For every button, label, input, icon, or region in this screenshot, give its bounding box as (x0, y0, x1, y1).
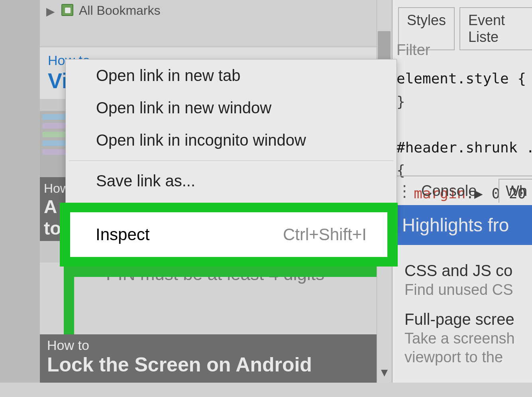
card-line: How (44, 181, 68, 196)
card-howto: How to (47, 338, 383, 353)
whatsnew-item-sub: Find unused CS (404, 281, 532, 298)
bottom-strip (0, 383, 532, 397)
ctx-open-new-tab[interactable]: Open link in new tab (66, 59, 397, 92)
whatsnew-item-title[interactable]: CSS and JS co (404, 262, 532, 280)
ctx-inspect-highlight: Inspect Ctrl+Shift+I (60, 203, 398, 267)
tab-event-listeners[interactable]: Event Liste (459, 7, 532, 50)
bookmarks-item-label[interactable]: All Bookmarks (79, 3, 161, 18)
ctx-inspect-label: Inspect (96, 225, 149, 244)
tab-whatsnew[interactable]: Wh (499, 179, 532, 203)
styles-filter-input[interactable]: Filter (397, 41, 430, 59)
ctx-separator (69, 160, 393, 161)
ctx-inspect-shortcut: Ctrl+Shift+I (283, 225, 367, 244)
ctx-inspect[interactable]: Inspect Ctrl+Shift+I (70, 212, 387, 257)
ctx-open-new-window[interactable]: Open link in new window (66, 92, 397, 124)
devtools-panel: Styles Event Liste Filter element.style … (392, 0, 532, 383)
ctx-open-incognito[interactable]: Open link in incognito window (66, 124, 397, 156)
bookmarks-bar[interactable]: ▶ All Bookmarks (40, 0, 391, 47)
whatsnew-item-title[interactable]: Full-page scree (404, 310, 532, 328)
whatsnew-items: CSS and JS co Find unused CS Full-page s… (404, 259, 532, 378)
tab-console[interactable]: Console (421, 182, 477, 199)
card-title: Lock the Screen on Android (47, 353, 383, 376)
card-overlay: How to Lock the Screen on Android (40, 334, 391, 383)
devtools-drawer-bar: ⋮ Console Wh (393, 176, 532, 205)
scrollbar-down-icon[interactable]: ▾ (377, 364, 392, 380)
expand-triangle-icon[interactable]: ▶ (46, 5, 55, 18)
ctx-save-link-as[interactable]: Save link as... (66, 165, 397, 197)
whatsnew-highlights-header: Highlights fro (393, 205, 532, 245)
whatsnew-item-sub: Take a screensh (404, 330, 532, 347)
related-article-card-2[interactable]: PIN must be at least 4 digits How to Loc… (40, 255, 391, 383)
bookmarks-folder-icon (61, 4, 73, 16)
whatsnew-item-sub: viewport to the (404, 349, 532, 366)
